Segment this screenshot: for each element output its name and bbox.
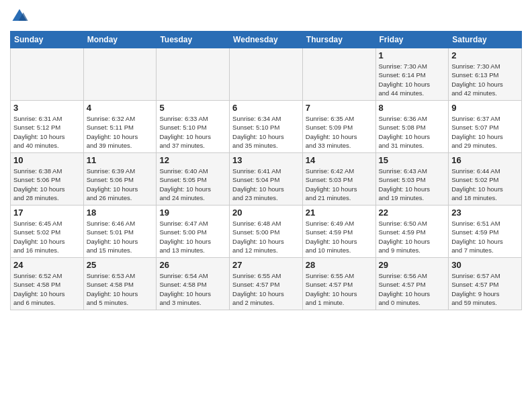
day-number: 2 — [451, 50, 519, 60]
day-number: 14 — [306, 155, 373, 165]
day-number: 9 — [451, 103, 519, 113]
day-cell: 21Sunrise: 6:49 AM Sunset: 4:59 PM Dayli… — [302, 205, 375, 258]
day-header-tuesday: Tuesday — [157, 32, 230, 48]
day-number: 10 — [13, 155, 81, 165]
header — [10, 7, 522, 26]
day-info: Sunrise: 6:51 AM Sunset: 4:59 PM Dayligh… — [451, 219, 519, 255]
day-cell — [230, 48, 303, 101]
day-info: Sunrise: 6:37 AM Sunset: 5:07 PM Dayligh… — [451, 114, 519, 150]
day-header-friday: Friday — [375, 32, 449, 48]
day-cell: 26Sunrise: 6:54 AM Sunset: 4:58 PM Dayli… — [157, 258, 230, 310]
day-cell: 14Sunrise: 6:42 AM Sunset: 5:03 PM Dayli… — [302, 153, 375, 205]
day-cell: 6Sunrise: 6:34 AM Sunset: 5:10 PM Daylig… — [230, 101, 303, 153]
header-row: SundayMondayTuesdayWednesdayThursdayFrid… — [11, 32, 522, 48]
day-number: 25 — [87, 260, 154, 270]
day-number: 24 — [13, 260, 81, 270]
day-cell: 13Sunrise: 6:41 AM Sunset: 5:04 PM Dayli… — [230, 153, 303, 205]
day-cell: 15Sunrise: 6:43 AM Sunset: 5:03 PM Dayli… — [375, 153, 449, 205]
day-number: 8 — [379, 103, 446, 113]
day-info: Sunrise: 6:56 AM Sunset: 4:57 PM Dayligh… — [379, 271, 446, 307]
day-info: Sunrise: 7:30 AM Sunset: 6:13 PM Dayligh… — [451, 62, 519, 97]
day-number: 23 — [451, 208, 519, 218]
day-cell: 12Sunrise: 6:40 AM Sunset: 5:05 PM Dayli… — [157, 153, 230, 205]
day-number: 1 — [379, 50, 446, 60]
day-cell — [11, 48, 84, 101]
day-cell: 20Sunrise: 6:48 AM Sunset: 5:00 PM Dayli… — [230, 205, 303, 258]
day-info: Sunrise: 6:57 AM Sunset: 4:57 PM Dayligh… — [451, 271, 519, 307]
day-cell — [157, 48, 230, 101]
day-number: 28 — [306, 260, 373, 270]
day-header-thursday: Thursday — [302, 32, 375, 48]
day-cell: 11Sunrise: 6:39 AM Sunset: 5:06 PM Dayli… — [83, 153, 157, 205]
day-number: 7 — [306, 103, 373, 113]
day-number: 3 — [13, 103, 81, 113]
day-info: Sunrise: 6:42 AM Sunset: 5:03 PM Dayligh… — [306, 167, 373, 202]
day-number: 27 — [232, 260, 300, 270]
day-info: Sunrise: 6:52 AM Sunset: 4:58 PM Dayligh… — [13, 271, 81, 307]
day-info: Sunrise: 6:44 AM Sunset: 5:02 PM Dayligh… — [451, 167, 519, 202]
day-cell: 29Sunrise: 6:56 AM Sunset: 4:57 PM Dayli… — [375, 258, 449, 310]
day-cell: 1Sunrise: 7:30 AM Sunset: 6:14 PM Daylig… — [375, 48, 449, 101]
day-info: Sunrise: 6:43 AM Sunset: 5:03 PM Dayligh… — [379, 167, 446, 202]
day-cell — [302, 48, 375, 101]
day-cell: 30Sunrise: 6:57 AM Sunset: 4:57 PM Dayli… — [449, 258, 522, 310]
day-cell: 25Sunrise: 6:53 AM Sunset: 4:58 PM Dayli… — [83, 258, 157, 310]
day-number: 4 — [87, 103, 154, 113]
day-number: 13 — [232, 155, 300, 165]
day-info: Sunrise: 6:38 AM Sunset: 5:06 PM Dayligh… — [13, 167, 81, 202]
day-number: 26 — [159, 260, 226, 270]
calendar-table: SundayMondayTuesdayWednesdayThursdayFrid… — [10, 31, 522, 310]
day-number: 15 — [379, 155, 446, 165]
day-info: Sunrise: 6:54 AM Sunset: 4:58 PM Dayligh… — [159, 271, 226, 307]
day-header-monday: Monday — [83, 32, 157, 48]
logo — [10, 7, 32, 26]
week-row-0: 1Sunrise: 7:30 AM Sunset: 6:14 PM Daylig… — [11, 48, 522, 101]
day-info: Sunrise: 6:48 AM Sunset: 5:00 PM Dayligh… — [232, 219, 300, 255]
day-info: Sunrise: 6:45 AM Sunset: 5:02 PM Dayligh… — [13, 219, 81, 255]
week-row-2: 10Sunrise: 6:38 AM Sunset: 5:06 PM Dayli… — [11, 153, 522, 205]
day-number: 12 — [159, 155, 226, 165]
day-info: Sunrise: 6:41 AM Sunset: 5:04 PM Dayligh… — [232, 167, 300, 202]
day-number: 21 — [306, 208, 373, 218]
day-number: 20 — [232, 208, 300, 218]
day-info: Sunrise: 6:55 AM Sunset: 4:57 PM Dayligh… — [232, 271, 300, 307]
day-number: 16 — [451, 155, 519, 165]
day-cell: 24Sunrise: 6:52 AM Sunset: 4:58 PM Dayli… — [11, 258, 84, 310]
day-cell — [83, 48, 157, 101]
day-info: Sunrise: 6:55 AM Sunset: 4:57 PM Dayligh… — [306, 271, 373, 307]
day-info: Sunrise: 6:50 AM Sunset: 4:59 PM Dayligh… — [379, 219, 446, 255]
day-cell: 27Sunrise: 6:55 AM Sunset: 4:57 PM Dayli… — [230, 258, 303, 310]
day-info: Sunrise: 6:49 AM Sunset: 4:59 PM Dayligh… — [306, 219, 373, 255]
day-cell: 4Sunrise: 6:32 AM Sunset: 5:11 PM Daylig… — [83, 101, 157, 153]
day-number: 18 — [87, 208, 154, 218]
main-container: SundayMondayTuesdayWednesdayThursdayFrid… — [0, 0, 532, 314]
day-cell: 9Sunrise: 6:37 AM Sunset: 5:07 PM Daylig… — [449, 101, 522, 153]
day-cell: 28Sunrise: 6:55 AM Sunset: 4:57 PM Dayli… — [302, 258, 375, 310]
day-number: 29 — [379, 260, 446, 270]
day-cell: 22Sunrise: 6:50 AM Sunset: 4:59 PM Dayli… — [375, 205, 449, 258]
day-number: 6 — [232, 103, 300, 113]
day-info: Sunrise: 6:36 AM Sunset: 5:08 PM Dayligh… — [379, 114, 446, 150]
day-info: Sunrise: 7:30 AM Sunset: 6:14 PM Dayligh… — [379, 62, 446, 97]
day-info: Sunrise: 6:53 AM Sunset: 4:58 PM Dayligh… — [87, 271, 154, 307]
day-header-saturday: Saturday — [449, 32, 522, 48]
day-cell: 19Sunrise: 6:47 AM Sunset: 5:00 PM Dayli… — [157, 205, 230, 258]
logo-icon — [10, 7, 29, 26]
day-cell: 5Sunrise: 6:33 AM Sunset: 5:10 PM Daylig… — [157, 101, 230, 153]
day-cell: 18Sunrise: 6:46 AM Sunset: 5:01 PM Dayli… — [83, 205, 157, 258]
day-cell: 8Sunrise: 6:36 AM Sunset: 5:08 PM Daylig… — [375, 101, 449, 153]
week-row-1: 3Sunrise: 6:31 AM Sunset: 5:12 PM Daylig… — [11, 101, 522, 153]
week-row-4: 24Sunrise: 6:52 AM Sunset: 4:58 PM Dayli… — [11, 258, 522, 310]
day-info: Sunrise: 6:40 AM Sunset: 5:05 PM Dayligh… — [159, 167, 226, 202]
day-header-wednesday: Wednesday — [230, 32, 303, 48]
day-info: Sunrise: 6:35 AM Sunset: 5:09 PM Dayligh… — [306, 114, 373, 150]
day-number: 22 — [379, 208, 446, 218]
day-info: Sunrise: 6:33 AM Sunset: 5:10 PM Dayligh… — [159, 114, 226, 150]
week-row-3: 17Sunrise: 6:45 AM Sunset: 5:02 PM Dayli… — [11, 205, 522, 258]
day-cell: 2Sunrise: 7:30 AM Sunset: 6:13 PM Daylig… — [449, 48, 522, 101]
day-number: 17 — [13, 208, 81, 218]
day-cell: 16Sunrise: 6:44 AM Sunset: 5:02 PM Dayli… — [449, 153, 522, 205]
day-header-sunday: Sunday — [11, 32, 84, 48]
day-number: 11 — [87, 155, 154, 165]
day-info: Sunrise: 6:34 AM Sunset: 5:10 PM Dayligh… — [232, 114, 300, 150]
